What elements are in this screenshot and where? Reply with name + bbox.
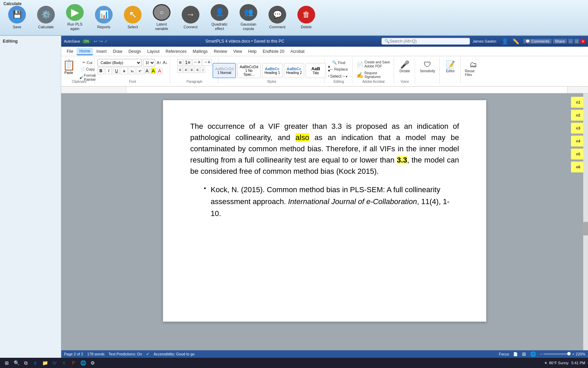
select-button[interactable]: ↖ Select	[119, 2, 146, 33]
delete-button[interactable]: 🗑 Delete	[293, 2, 320, 33]
zoom-control[interactable]: − + 220%	[540, 352, 585, 356]
menu-layout[interactable]: Layout	[145, 48, 162, 55]
taskbar-edge-button[interactable]: e	[31, 359, 39, 367]
text-predictions[interactable]: Text Predictions: On	[109, 352, 142, 356]
search-input[interactable]	[390, 39, 458, 44]
taskbar-excel[interactable]: X	[60, 359, 68, 367]
accessibility-status[interactable]: Accessibility: Good to go	[153, 352, 194, 356]
minimize-button[interactable]: ─	[568, 39, 573, 44]
taskbar-chrome[interactable]: 🌐	[79, 359, 87, 367]
style-no-spacing[interactable]: AaBbCcDd 1 No Spac...	[237, 63, 261, 78]
superscript-button[interactable]: x²	[136, 67, 143, 74]
style-normal[interactable]: AaBbCcDd 1 Normal	[213, 63, 236, 78]
comments-button[interactable]: 💬 Comments	[523, 39, 551, 44]
word-count[interactable]: 178 words	[87, 352, 104, 356]
align-center-button[interactable]: ≡	[183, 67, 188, 73]
strikethrough-button[interactable]: S̶	[121, 67, 128, 74]
bullets-button[interactable]: ≡	[177, 59, 183, 66]
menu-references[interactable]: References	[163, 48, 189, 55]
bold-button[interactable]: B	[97, 67, 104, 74]
page-info[interactable]: Page 2 of 2	[64, 352, 83, 356]
gaussian-copula-button[interactable]: 👥 Gaussian copula	[235, 2, 262, 33]
underline-button[interactable]: U	[113, 67, 120, 74]
zoom-track[interactable]	[543, 353, 571, 355]
latent-variable-button[interactable]: ○ Latent variable	[148, 2, 175, 33]
font-color-button[interactable]: A	[157, 68, 162, 74]
cut-button[interactable]: ✂ Cut	[78, 60, 97, 65]
font-name-select[interactable]: Calibri (Body)	[97, 59, 142, 66]
document-bullet[interactable]: Kock, N. (2015). Common method bias in P…	[204, 184, 459, 220]
text-color-button[interactable]: A	[144, 68, 149, 74]
document-paragraph[interactable]: The occurrence of a VIF greater than 3.3…	[190, 121, 459, 177]
select-dropdown[interactable]: Select ~ ▾	[328, 73, 349, 80]
menu-acrobat[interactable]: Acrobat	[288, 48, 307, 55]
italic-button[interactable]: I	[105, 67, 112, 74]
line-spacing-button[interactable]: ↕	[200, 67, 205, 73]
taskbar-file-explorer[interactable]: 📁	[41, 359, 49, 367]
taskbar-powerpoint[interactable]: P	[69, 359, 78, 367]
replace-button[interactable]: ↔ Replace	[328, 66, 349, 72]
taskbar-task-view-button[interactable]: ⧉	[22, 359, 30, 367]
menu-insert[interactable]: Insert	[94, 48, 109, 55]
taskbar-start-button[interactable]: ⊞	[3, 359, 11, 367]
menu-help[interactable]: Help	[245, 48, 259, 55]
menu-home[interactable]: Home	[77, 48, 93, 55]
scrollbar-thumb[interactable]	[583, 222, 588, 235]
quadratic-effect-button[interactable]: 👤 Quadratic effect	[206, 2, 233, 33]
menu-view[interactable]: View	[231, 48, 245, 55]
run-pls-button[interactable]: ▶ Run PLS again	[61, 2, 88, 33]
share-button[interactable]: Share	[553, 39, 567, 44]
connect-button[interactable]: → Connect	[177, 2, 204, 33]
paste-button[interactable]: 📋 Paste	[61, 58, 77, 75]
print-layout-icon[interactable]: ⊞	[522, 351, 526, 357]
style-heading1[interactable]: AaBbCc Heading 1	[262, 63, 282, 78]
grow-font-icon[interactable]: A↑	[157, 60, 161, 65]
font-size-select[interactable]: 18	[143, 59, 155, 66]
menu-file[interactable]: File	[64, 48, 76, 55]
word-searchbar[interactable]: 🔍	[381, 38, 470, 45]
reuse-files-button[interactable]: 🗂 Reuse Files	[463, 60, 483, 77]
autosave-control[interactable]: AutoSave ON	[64, 39, 91, 44]
word-page[interactable]: The occurrence of a VIF greater than 3.3…	[163, 100, 486, 322]
word-document-area[interactable]: n1 n2 n3 n4 n5 n6 The occurrence of a VI…	[61, 93, 588, 350]
save-button[interactable]: 💾 Save	[3, 2, 31, 33]
align-right-button[interactable]: ≡	[189, 67, 194, 73]
web-layout-icon[interactable]: 🌐	[530, 351, 536, 357]
menu-mailings[interactable]: Mailings	[190, 48, 210, 55]
close-button[interactable]: ✕	[581, 39, 585, 44]
create-adobe-pdf-button[interactable]: 📄 Create and Save Adobe PDF	[355, 60, 392, 69]
style-title[interactable]: AaB Title	[306, 63, 326, 78]
comment-button[interactable]: 💬 Comment	[264, 2, 291, 33]
justify-button[interactable]: ≡	[195, 67, 200, 73]
taskbar-search-button[interactable]: 🔍	[12, 359, 20, 367]
zoom-minus-button[interactable]: −	[540, 352, 542, 356]
numbering-button[interactable]: 1≡	[184, 59, 192, 66]
editor-button[interactable]: 📝 Editor	[444, 60, 456, 74]
menu-draw[interactable]: Draw	[110, 48, 125, 55]
menu-endnote[interactable]: EndNote 20	[260, 48, 287, 55]
calculate-button[interactable]: ⚙️ Calculate	[32, 2, 60, 33]
indent-decrease-button[interactable]: ←≡	[193, 59, 202, 66]
taskbar-word[interactable]: W	[50, 359, 59, 367]
maximize-button[interactable]: □	[574, 39, 579, 44]
zoom-plus-button[interactable]: +	[572, 352, 574, 356]
autosave-toggle[interactable]: ON	[82, 39, 91, 44]
shrink-font-icon[interactable]: A↓	[163, 60, 168, 65]
menu-review[interactable]: Review	[211, 48, 230, 55]
reports-button[interactable]: 📊 Reports	[90, 2, 117, 33]
sensitivity-button[interactable]: 🛡 Sensitivity	[419, 60, 437, 74]
request-signatures-button[interactable]: ✍ Request Signatures	[355, 71, 392, 79]
latent-variable-icon: ○	[153, 4, 170, 21]
document-scrollbar[interactable]	[583, 93, 588, 350]
focus-button[interactable]: Focus	[499, 352, 509, 356]
dictate-button[interactable]: 🎤 Dictate	[398, 60, 411, 74]
style-heading2[interactable]: AaBbCc Heading 2	[284, 63, 304, 78]
copy-button[interactable]: 📄 Copy	[78, 66, 97, 72]
indent-increase-button[interactable]: →≡	[202, 59, 212, 66]
subscript-button[interactable]: x₂	[129, 67, 135, 74]
find-button[interactable]: 🔍 Find	[331, 60, 346, 65]
align-left-button[interactable]: ≡	[177, 67, 182, 73]
highlight-color-button[interactable]: A	[151, 68, 156, 74]
menu-design[interactable]: Design	[126, 48, 144, 55]
taskbar-settings[interactable]: ⚙	[88, 359, 97, 367]
